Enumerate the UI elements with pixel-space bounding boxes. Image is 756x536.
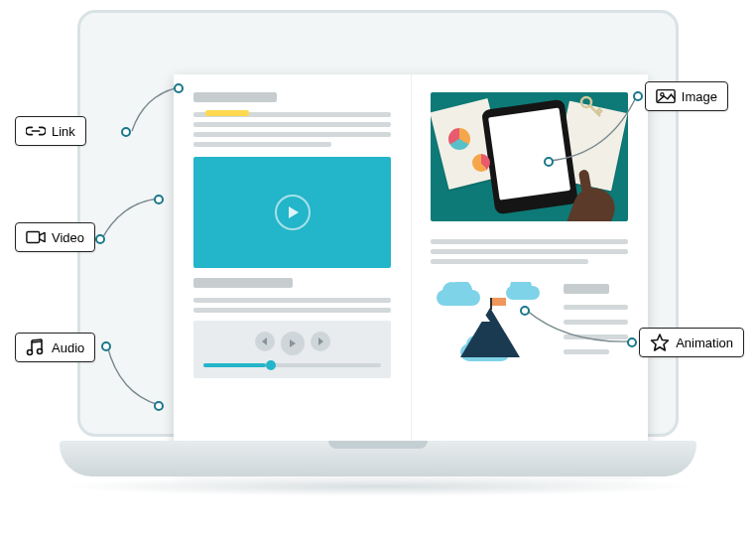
- video-icon: [26, 229, 46, 245]
- hyperlink-highlight: [205, 110, 249, 116]
- text-line: [193, 308, 391, 313]
- svg-point-3: [38, 349, 43, 354]
- connector-line: [550, 95, 641, 167]
- play-icon: [281, 332, 305, 355]
- label-text: Link: [52, 124, 75, 139]
- text-heading: [193, 92, 277, 102]
- connector-dot: [154, 401, 164, 411]
- svg-rect-1: [27, 232, 40, 243]
- prev-icon: [255, 332, 275, 351]
- text-line: [193, 298, 391, 303]
- audio-player: [193, 321, 391, 378]
- connector-dot: [174, 83, 184, 93]
- audio-progress: [203, 363, 381, 367]
- text-column: [431, 239, 628, 264]
- audio-icon: [26, 339, 46, 355]
- next-icon: [311, 332, 330, 351]
- play-icon: [275, 195, 311, 230]
- text-line: [193, 122, 391, 127]
- label-text: Video: [52, 230, 84, 245]
- text-line: [193, 132, 391, 137]
- connector-dot: [544, 157, 554, 167]
- label-text: Animation: [676, 335, 733, 350]
- label-text: Audio: [52, 340, 84, 355]
- connector-dot: [633, 91, 643, 101]
- connector-line: [99, 199, 159, 242]
- mountain-illustration: [460, 308, 520, 357]
- connector-dot: [95, 234, 105, 244]
- laptop-screen: [77, 10, 679, 437]
- audio-controls: [255, 332, 330, 355]
- label-text: Image: [682, 89, 717, 104]
- connector-line: [526, 310, 635, 347]
- connector-line: [84, 87, 184, 137]
- label-video: Video: [15, 222, 95, 252]
- svg-point-2: [28, 350, 33, 355]
- pie-chart-icon: [472, 154, 490, 172]
- label-animation: Animation: [639, 328, 744, 357]
- label-audio: Audio: [15, 333, 95, 362]
- connector-dot: [121, 127, 131, 137]
- flag-icon: [490, 298, 492, 310]
- laptop-base: [60, 441, 696, 476]
- page-left: [174, 74, 411, 468]
- image-icon: [656, 88, 676, 104]
- label-link: Link: [15, 116, 86, 146]
- connector-line: [105, 345, 163, 409]
- label-image: Image: [645, 81, 728, 111]
- link-icon: [26, 123, 46, 139]
- svg-point-5: [661, 93, 664, 96]
- connector-dot: [627, 337, 637, 347]
- text-line: [193, 142, 331, 147]
- connector-dot: [520, 306, 530, 316]
- connector-dot: [154, 195, 164, 204]
- text-heading: [193, 278, 293, 288]
- video-embed: [193, 157, 391, 268]
- connector-dot: [101, 341, 111, 351]
- star-icon: [650, 335, 670, 350]
- pie-chart-icon: [448, 128, 470, 150]
